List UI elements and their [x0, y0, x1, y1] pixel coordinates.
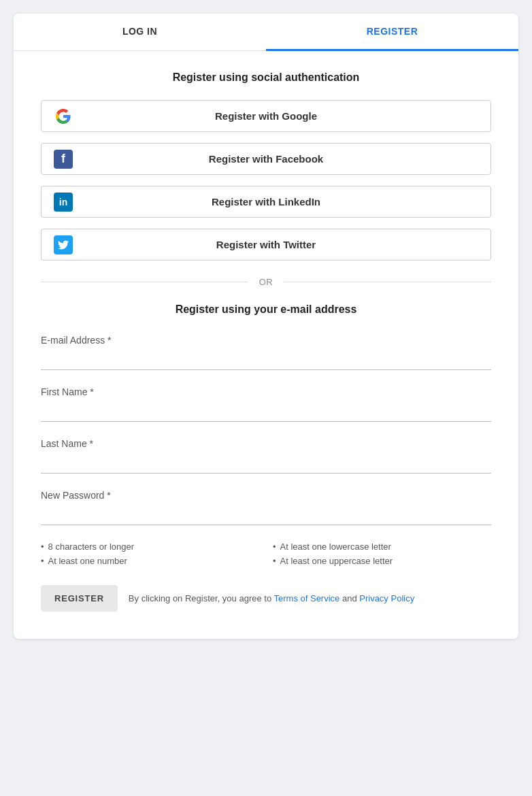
footer-row: REGISTER By clicking on Register, you ag… — [41, 585, 491, 612]
divider-text: OR — [259, 277, 273, 287]
password-hints: 8 characters or longer At least one lowe… — [41, 542, 491, 566]
or-divider: OR — [41, 277, 491, 287]
password-field-group: New Password * — [41, 490, 491, 525]
password-input[interactable] — [41, 505, 491, 525]
privacy-link[interactable]: Privacy Policy — [359, 593, 414, 603]
tab-bar: LOG IN REGISTER — [14, 14, 518, 51]
linkedin-register-button[interactable]: in Register with LinkedIn — [41, 186, 491, 218]
facebook-icon: f — [52, 148, 74, 170]
first-name-label: First Name * — [41, 386, 491, 397]
terms-link[interactable]: Terms of Service — [274, 593, 340, 603]
password-label: New Password * — [41, 490, 491, 501]
register-content: Register using social authentication Reg… — [14, 51, 518, 639]
divider-line-right — [284, 282, 491, 282]
email-field-group: E-mail Address * — [41, 335, 491, 370]
linkedin-button-label: Register with LinkedIn — [52, 196, 480, 208]
last-name-label: Last Name * — [41, 438, 491, 449]
google-button-label: Register with Google — [52, 110, 480, 122]
hint-number: At least one number — [41, 556, 259, 566]
facebook-button-label: Register with Facebook — [52, 153, 480, 165]
hint-uppercase: At least one uppercase letter — [273, 556, 491, 566]
first-name-input[interactable] — [41, 401, 491, 422]
last-name-field-group: Last Name * — [41, 438, 491, 474]
email-section-title: Register using your e-mail address — [41, 303, 491, 316]
facebook-register-button[interactable]: f Register with Facebook — [41, 143, 491, 175]
google-icon — [52, 105, 74, 127]
google-register-button[interactable]: Register with Google — [41, 100, 491, 132]
tab-login[interactable]: LOG IN — [14, 14, 266, 50]
social-section-title: Register using social authentication — [41, 71, 491, 84]
twitter-register-button[interactable]: Register with Twitter — [41, 229, 491, 261]
linkedin-icon: in — [52, 191, 74, 213]
tab-register[interactable]: REGISTER — [266, 14, 518, 51]
hint-length: 8 characters or longer — [41, 542, 259, 552]
hint-lowercase: At least one lowercase letter — [273, 542, 491, 552]
twitter-icon — [52, 234, 74, 256]
register-submit-button[interactable]: REGISTER — [41, 585, 118, 612]
email-input[interactable] — [41, 350, 491, 370]
consent-text: By clicking on Register, you agree to Te… — [129, 593, 414, 603]
last-name-input[interactable] — [41, 453, 491, 474]
twitter-button-label: Register with Twitter — [52, 239, 480, 250]
divider-line-left — [41, 282, 248, 282]
auth-card: LOG IN REGISTER Register using social au… — [14, 14, 518, 639]
first-name-field-group: First Name * — [41, 386, 491, 422]
email-label: E-mail Address * — [41, 335, 491, 346]
